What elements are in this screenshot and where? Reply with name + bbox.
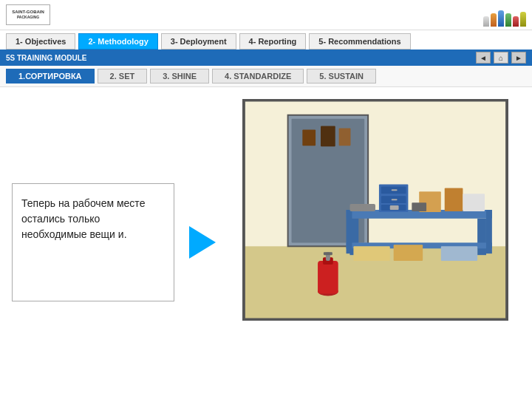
back-button[interactable]: ◄ [476, 52, 491, 64]
nav-tabs: 1- Objectives 2- Methodology 3- Deployme… [0, 30, 532, 50]
svg-rect-21 [394, 245, 423, 261]
workspace-illustration [242, 99, 508, 321]
logo-text: SAINT-GOBAINPACKAGING [12, 10, 44, 20]
training-bar-label: 5S TRAINING MODULE [6, 54, 86, 62]
text-content: Теперь на рабочем месте остались только … [21, 197, 145, 240]
svg-rect-32 [339, 128, 351, 146]
bottle-6 [520, 12, 526, 27]
tab-objectives[interactable]: 1- Objectives [6, 33, 75, 50]
svg-rect-30 [302, 129, 316, 146]
step-1[interactable]: 1.СОРТИРОВКА [6, 69, 95, 83]
svg-rect-16 [392, 199, 398, 200]
bottle-4 [505, 13, 511, 27]
forward-button[interactable]: ► [511, 52, 526, 64]
step-5[interactable]: 5. SUSTAIN [307, 69, 376, 83]
logo-area: SAINT-GOBAINPACKAGING [6, 4, 50, 25]
image-area [231, 99, 520, 321]
bottles-icon [483, 3, 526, 27]
tab-methodology[interactable]: 2- Methodology [78, 33, 157, 50]
tab-recommendations[interactable]: 5- Recommendations [309, 33, 410, 50]
svg-rect-15 [392, 189, 398, 191]
right-arrow [189, 226, 216, 259]
svg-rect-24 [412, 202, 426, 211]
tab-deployment[interactable]: 3- Deployment [161, 33, 236, 50]
svg-rect-10 [486, 210, 492, 253]
bottle-1 [483, 16, 489, 27]
svg-rect-34 [390, 205, 399, 210]
svg-rect-18 [445, 188, 463, 211]
home-button[interactable]: ⌂ [494, 52, 508, 64]
arrow-area [189, 226, 216, 259]
tab-reporting[interactable]: 4- Reporting [239, 33, 307, 50]
svg-rect-20 [353, 246, 389, 261]
bottle-5 [513, 16, 519, 27]
step-2[interactable]: 2. SET [98, 69, 148, 83]
training-bar: 5S TRAINING MODULE ◄ ⌂ ► [0, 50, 532, 66]
main-content: Теперь на рабочем месте остались только … [0, 87, 532, 398]
header: SAINT-GOBAINPACKAGING [0, 0, 532, 30]
bottle-3 [498, 10, 504, 27]
svg-rect-19 [463, 194, 485, 211]
step-tabs: 1.СОРТИРОВКА 2. SET 3. SHINE 4. STANDARD… [0, 66, 532, 87]
svg-rect-9 [347, 210, 352, 253]
svg-point-33 [358, 205, 364, 211]
svg-rect-29 [324, 252, 332, 255]
step-4[interactable]: 4. STANDARDIZE [212, 69, 304, 83]
svg-rect-26 [318, 261, 338, 293]
svg-rect-7 [477, 219, 486, 255]
logo: SAINT-GOBAINPACKAGING [6, 4, 50, 25]
svg-rect-22 [441, 246, 477, 261]
bottle-2 [491, 13, 497, 27]
text-box: Теперь на рабочем месте остались только … [12, 183, 174, 301]
step-3[interactable]: 3. SHINE [150, 69, 209, 83]
svg-rect-31 [321, 126, 335, 147]
training-bar-controls: ◄ ⌂ ► [476, 52, 526, 64]
